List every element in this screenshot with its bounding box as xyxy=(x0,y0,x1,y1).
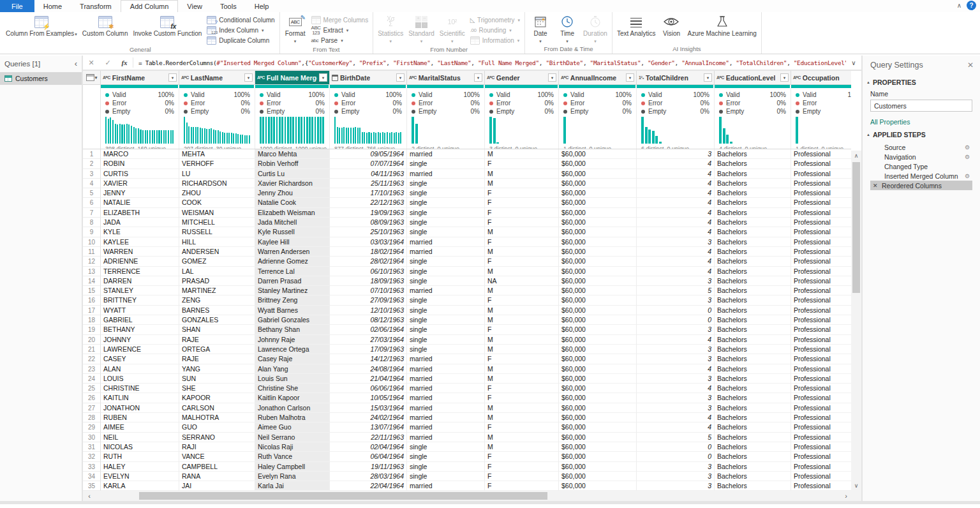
cell[interactable]: RUSSELL xyxy=(179,227,255,237)
cell[interactable]: Professional xyxy=(791,354,851,364)
cell[interactable]: Bachelors xyxy=(715,276,791,286)
cell[interactable]: ANDERSEN xyxy=(179,247,255,257)
formula-accept-button[interactable]: ✓ xyxy=(100,56,116,70)
cell[interactable]: ALAN xyxy=(101,364,179,374)
cell[interactable]: Professional xyxy=(791,325,851,334)
cell[interactable]: Professional xyxy=(791,315,851,325)
cell[interactable]: Professional xyxy=(791,208,851,218)
collapse-triangle-icon[interactable]: ▲ xyxy=(866,133,870,137)
information-button[interactable]: Information▾ xyxy=(468,36,522,45)
merge-columns-button[interactable]: Merge Columns xyxy=(309,15,371,25)
applied-step-reordered-columns[interactable]: ✕Reordered Columns xyxy=(870,181,972,190)
cell[interactable]: LAL xyxy=(179,267,255,276)
cell[interactable]: $60,000 xyxy=(559,237,637,247)
cell[interactable]: Professional xyxy=(791,384,851,393)
cell[interactable]: $60,000 xyxy=(559,403,637,413)
trigonometry-button[interactable]: ◺ Trigonometry▾ xyxy=(468,15,522,25)
collapse-ribbon-icon[interactable]: ∧ xyxy=(957,2,961,9)
cell[interactable]: Professional xyxy=(791,295,851,305)
cell[interactable]: $60,000 xyxy=(559,286,637,295)
cell[interactable]: married xyxy=(407,374,485,384)
cell[interactable]: ZHOU xyxy=(179,188,255,198)
cell[interactable]: Johnny Raje xyxy=(255,335,330,345)
cell[interactable]: Professional xyxy=(791,286,851,295)
cell[interactable]: KARLA xyxy=(101,481,179,491)
cell[interactable]: Wyatt Barnes xyxy=(255,306,330,315)
cell[interactable]: $60,000 xyxy=(559,422,637,432)
cell[interactable]: $60,000 xyxy=(559,247,637,257)
cell[interactable]: Xavier Richardson xyxy=(255,179,330,188)
cell[interactable]: Lawrence Ortega xyxy=(255,345,330,354)
filter-dropdown-icon[interactable]: ▾ xyxy=(244,73,253,82)
column-header-educationlevel[interactable]: AᴮCEducationLevel▾ xyxy=(715,71,791,85)
cell[interactable]: 02/06/1964 xyxy=(330,325,407,334)
value-distribution-histogram[interactable] xyxy=(101,116,179,144)
cell[interactable]: married xyxy=(407,247,485,257)
cell[interactable]: Ruth Vance xyxy=(255,452,330,461)
column-header-maritalstatus[interactable]: AᴮCMaritalStatus▾ xyxy=(407,71,485,85)
tab-tools[interactable]: Tools xyxy=(211,0,246,12)
cell[interactable]: $60,000 xyxy=(559,354,637,364)
cell[interactable]: Alan Yang xyxy=(255,364,330,374)
conditional-column-button[interactable]: ? Conditional Column xyxy=(205,15,276,25)
cell[interactable]: married xyxy=(407,364,485,374)
cell[interactable]: 0 xyxy=(637,452,715,461)
cell[interactable]: 19/11/1963 xyxy=(330,462,407,472)
cell[interactable]: Bachelors xyxy=(715,169,791,179)
cell[interactable]: RAJE xyxy=(179,335,255,345)
cell[interactable]: 12/10/1963 xyxy=(330,306,407,315)
cell[interactable]: 28/03/1964 xyxy=(330,472,407,481)
cell[interactable]: Professional xyxy=(791,198,851,207)
cell[interactable]: Professional xyxy=(791,169,851,179)
statistics-button[interactable]: Xσ Σ Statistics ▾ xyxy=(376,13,405,45)
applied-step-inserted-merged-column[interactable]: Inserted Merged Column⚙ xyxy=(870,171,972,181)
cell[interactable]: Neil Serrano xyxy=(255,433,330,442)
cell[interactable]: 3 xyxy=(637,149,715,159)
cell[interactable]: F xyxy=(485,472,559,481)
gear-icon[interactable]: ⚙ xyxy=(965,144,970,151)
cell[interactable]: 4 xyxy=(637,247,715,257)
cell[interactable]: RAJE xyxy=(179,354,255,364)
cell[interactable]: Bachelors xyxy=(715,433,791,442)
cell[interactable]: RANA xyxy=(179,472,255,481)
cell[interactable]: $60,000 xyxy=(559,374,637,384)
cell[interactable]: Warren Andersen xyxy=(255,247,330,257)
cell[interactable]: Bachelors xyxy=(715,325,791,334)
gear-icon[interactable]: ⚙ xyxy=(965,173,970,179)
cell[interactable]: M xyxy=(485,267,559,276)
cell[interactable]: $60,000 xyxy=(559,179,637,188)
cell[interactable]: Professional xyxy=(791,179,851,188)
cell[interactable]: 3 xyxy=(637,472,715,481)
cell[interactable]: 27/09/1963 xyxy=(330,295,407,305)
cell[interactable]: 24/02/1964 xyxy=(330,413,407,422)
cell[interactable]: Louis Sun xyxy=(255,374,330,384)
cell[interactable]: 25/10/1963 xyxy=(330,227,407,237)
cell[interactable]: M xyxy=(485,345,559,354)
cell[interactable]: Curtis Lu xyxy=(255,169,330,179)
cell[interactable]: M xyxy=(485,433,559,442)
cell[interactable]: Brittney Zeng xyxy=(255,295,330,305)
collapse-queries-pane-icon[interactable]: ‹ xyxy=(75,59,77,68)
cell[interactable]: 18/02/1964 xyxy=(330,247,407,257)
cell[interactable]: married xyxy=(407,354,485,364)
cell[interactable]: $60,000 xyxy=(559,198,637,207)
cell[interactable]: 08/09/1963 xyxy=(330,218,407,227)
cell[interactable]: M xyxy=(485,364,559,374)
cell[interactable]: 4 xyxy=(637,257,715,266)
cell[interactable]: 19/09/1963 xyxy=(330,208,407,218)
cell[interactable]: F xyxy=(485,481,559,491)
cell[interactable]: TERRENCE xyxy=(101,267,179,276)
value-distribution-histogram[interactable] xyxy=(637,116,714,144)
cell[interactable]: Professional xyxy=(791,188,851,198)
cell[interactable]: Bachelors xyxy=(715,374,791,384)
cell[interactable]: married xyxy=(407,384,485,393)
formula-input[interactable]: = Table.ReorderColumns(#"Inserted Merged… xyxy=(133,56,846,70)
filter-dropdown-icon[interactable]: ▾ xyxy=(168,73,177,82)
cell[interactable]: VANCE xyxy=(179,452,255,461)
vertical-scroll-thumb[interactable] xyxy=(852,162,860,293)
cell[interactable]: 5 xyxy=(637,286,715,295)
cell[interactable]: single xyxy=(407,472,485,481)
cell[interactable]: 08/12/1963 xyxy=(330,315,407,325)
cell[interactable]: KAPOOR xyxy=(179,393,255,403)
cell[interactable]: Bachelors xyxy=(715,315,791,325)
